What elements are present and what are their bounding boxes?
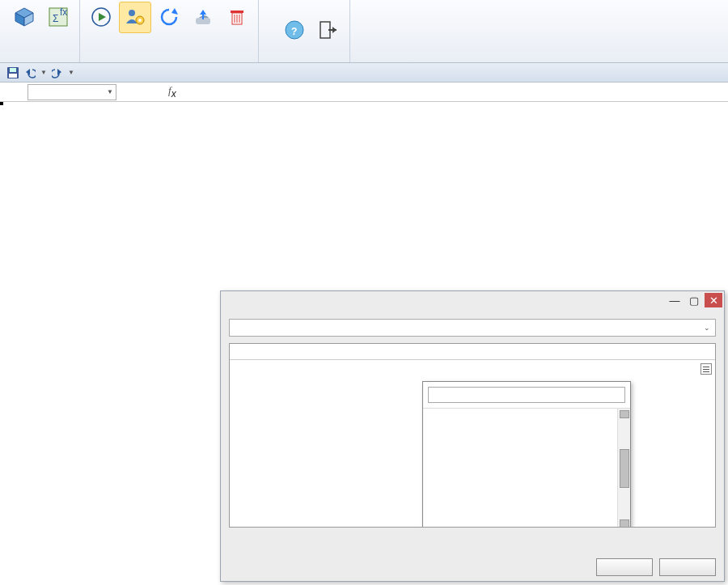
play-icon — [90, 4, 112, 30]
svg-marker-23 — [332, 27, 336, 33]
refresh-button[interactable] — [153, 2, 185, 33]
svg-marker-11 — [171, 8, 178, 15]
help-icon: ? — [283, 17, 306, 43]
formula-bar: ▼ fx — [0, 83, 728, 102]
model-button[interactable] — [8, 2, 40, 33]
ribbon-group-tasks: Σfx — [3, 0, 80, 62]
save-button[interactable] — [187, 2, 219, 33]
qat-undo-button[interactable] — [24, 67, 36, 78]
users-gear-icon — [124, 4, 146, 30]
scenario-list — [423, 408, 630, 528]
ribbon: Σfx — [0, 0, 728, 63]
quick-access-toolbar: ▼ ▼ — [0, 63, 728, 83]
trash-icon — [226, 4, 248, 30]
variables-table-header — [230, 344, 715, 360]
logoff-button[interactable] — [312, 15, 345, 46]
svg-text:fx: fx — [60, 6, 67, 18]
svg-marker-7 — [99, 13, 106, 21]
search-input[interactable] — [428, 387, 625, 403]
logoff-icon — [317, 17, 340, 43]
account-info — [264, 29, 277, 32]
cancel-button[interactable] — [596, 558, 653, 576]
chevron-down-icon[interactable]: ▼ — [68, 69, 74, 76]
chevron-down-icon: ⌄ — [704, 324, 710, 332]
close-button[interactable]: ✕ — [705, 293, 722, 307]
variables-table-pane — [229, 343, 716, 528]
scroll-thumb[interactable] — [620, 449, 629, 488]
scroll-up-icon[interactable] — [620, 410, 629, 418]
dialog-title — [221, 291, 724, 312]
qat-redo-button[interactable] — [52, 67, 63, 78]
variables-manager-dialog: — ▢ ✕ ⌄ — [220, 290, 725, 582]
help-button[interactable]: ? — [278, 15, 311, 46]
refresh-icon — [159, 4, 180, 30]
svg-point-10 — [138, 19, 142, 22]
save-icon — [193, 4, 214, 30]
ribbon-group-actions — [80, 0, 259, 62]
ribbon-group-account: ? — [259, 0, 350, 62]
update-button[interactable] — [659, 558, 716, 576]
chevron-down-icon[interactable]: ▼ — [40, 69, 47, 76]
qat-save-button[interactable] — [6, 66, 19, 79]
hamburger-icon[interactable] — [700, 363, 712, 375]
scroll-down-icon[interactable] — [620, 519, 629, 528]
svg-text:Σ: Σ — [53, 13, 58, 24]
scenario-picker-popup — [422, 381, 631, 528]
sigma-icon: Σfx — [48, 4, 69, 30]
chevron-down-icon[interactable]: ▼ — [107, 88, 113, 95]
svg-point-8 — [129, 10, 135, 16]
variables-manager-button[interactable] — [119, 2, 151, 33]
scrollbar[interactable] — [617, 409, 630, 528]
svg-rect-15 — [231, 11, 243, 13]
cube-icon — [14, 4, 35, 30]
cell-selection-box — [0, 102, 3, 105]
svg-text:?: ? — [291, 26, 297, 37]
minimize-button[interactable]: — — [666, 293, 684, 307]
delete-button[interactable] — [221, 2, 253, 33]
maximize-button[interactable]: ▢ — [685, 293, 703, 307]
run-button[interactable] — [85, 2, 117, 33]
name-box[interactable]: ▼ — [28, 84, 116, 100]
fx-icon[interactable]: fx — [168, 84, 176, 100]
svg-rect-26 — [9, 74, 17, 78]
svg-rect-25 — [10, 68, 16, 72]
calculation-button[interactable]: Σfx — [42, 2, 74, 33]
filter-select[interactable]: ⌄ — [229, 319, 716, 337]
